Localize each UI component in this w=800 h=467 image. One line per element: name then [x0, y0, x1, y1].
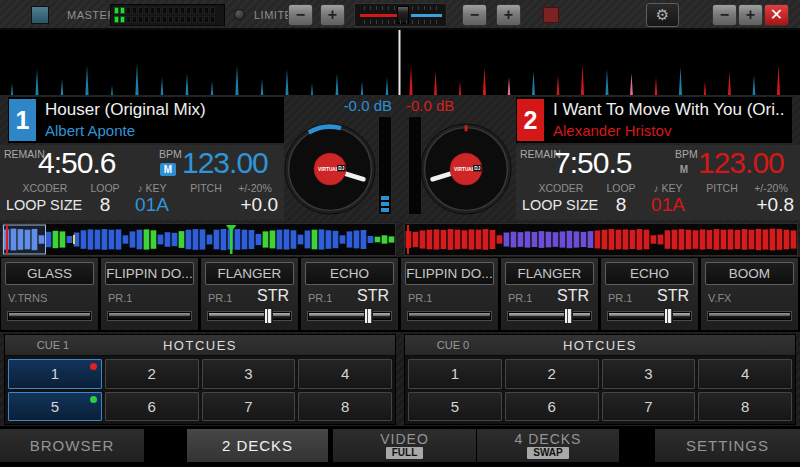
deck2-remain-value: 7:50.5 [554, 146, 631, 180]
deck1-track-title: Houser (Original Mix) [45, 100, 277, 120]
hotcue-button-2[interactable]: 2 [105, 359, 199, 389]
fx-select-button[interactable]: FLIPPIN DO... [405, 262, 494, 285]
deck1-loop-value[interactable]: 8 [85, 194, 125, 216]
fx-preset-label[interactable]: PR.1 [608, 292, 632, 304]
hotcue-button-7[interactable]: 7 [602, 392, 696, 422]
fx-select-button[interactable]: BOOM [705, 262, 794, 285]
hotcues-grid: 12345678 [8, 359, 392, 421]
fx-slider-handle[interactable] [664, 308, 673, 324]
fx-preset-label[interactable]: PR.1 [408, 292, 432, 304]
fx-strength-slider[interactable] [708, 307, 791, 325]
hotcue-button-8[interactable]: 8 [298, 392, 392, 422]
deck2-pitch-range-label: +/-20% [746, 182, 796, 194]
window-minimize-minus-button[interactable]: − [712, 4, 737, 26]
hotcue-button-3[interactable]: 3 [602, 359, 696, 389]
hotcue-number: 3 [644, 365, 652, 382]
hotcue-button-7[interactable]: 7 [202, 392, 296, 422]
zoom-plus-button[interactable]: + [496, 4, 521, 26]
tab-2-decks[interactable]: 2 DECKS [187, 429, 328, 462]
tab-browser[interactable]: BROWSER [0, 429, 144, 462]
hotcue-number: 5 [451, 398, 459, 415]
fx-preset-label[interactable]: V.FX [708, 292, 731, 304]
record-button[interactable] [543, 7, 559, 23]
fx-select-button[interactable]: GLASS [5, 262, 94, 285]
deck2-info-panel: REMAIN 7:50.5 BPM M 123.00 XCODER LOOP ♪… [516, 145, 800, 220]
hotcue-button-5[interactable]: 5 [408, 392, 502, 422]
fx-slider-track[interactable] [8, 312, 91, 320]
deck1-bpm-value[interactable]: 123.00 [182, 146, 268, 180]
window-maximize-plus-button[interactable]: + [738, 4, 763, 26]
hotcue-button-1[interactable]: 1 [8, 359, 102, 389]
fx-preset-label[interactable]: V.TRNS [8, 292, 47, 304]
fx-strength-slider[interactable] [8, 307, 91, 325]
fx-select-button[interactable]: FLANGER [205, 262, 294, 285]
hotcue-button-4[interactable]: 4 [298, 359, 392, 389]
deck2-jog-wheel[interactable]: VIRTUAL DJ [420, 123, 512, 215]
fx-strength-slider[interactable] [208, 307, 291, 325]
fx-slider-track[interactable] [508, 312, 591, 320]
crossfader[interactable] [354, 3, 447, 27]
hotcue-button-3[interactable]: 3 [202, 359, 296, 389]
crossfader-ticks [359, 20, 442, 24]
master-color-swatch[interactable] [31, 6, 49, 24]
effects-section: GLASSV.TRNSFLIPPIN DO...PR.1FLANGERPR.1S… [0, 257, 800, 332]
fx-slider-handle[interactable] [564, 308, 573, 324]
deck1-pitch-value[interactable]: +0.0 [210, 194, 278, 216]
fx-select-button[interactable]: FLANGER [505, 262, 594, 285]
fx-slider-track[interactable] [308, 312, 391, 320]
master-volume-plus-button[interactable]: + [320, 4, 345, 26]
hotcue-button-6[interactable]: 6 [505, 392, 599, 422]
deck1-track-overview[interactable] [2, 223, 396, 256]
fx-strength-slider[interactable] [108, 307, 191, 325]
deck2-loop-value[interactable]: 8 [601, 194, 641, 216]
fx-select-button[interactable]: FLIPPIN DO... [105, 262, 194, 285]
fx-slider-track[interactable] [608, 312, 691, 320]
fx-preset-label[interactable]: PR.1 [108, 292, 132, 304]
hotcue-button-2[interactable]: 2 [505, 359, 599, 389]
vu-led [210, 7, 215, 14]
rhythm-wave-display[interactable] [0, 30, 800, 95]
deck2-key-value[interactable]: 01A [644, 194, 692, 216]
hotcue-button-6[interactable]: 6 [105, 392, 199, 422]
master-volume-minus-button[interactable]: − [288, 4, 313, 26]
fx-preset-label[interactable]: PR.1 [508, 292, 532, 304]
fx-strength-slider[interactable] [608, 307, 691, 325]
fx-preset-label[interactable]: PR.1 [308, 292, 332, 304]
fx-slider-handle[interactable] [364, 308, 373, 324]
fx-slider-track[interactable] [108, 312, 191, 320]
hotcue-button-8[interactable]: 8 [698, 392, 792, 422]
svg-text:DJ: DJ [338, 166, 344, 171]
deck2-bpm-value[interactable]: 123.00 [698, 146, 784, 180]
zoom-minus-button[interactable]: − [462, 4, 487, 26]
deck2-pitch-value[interactable]: +0.8 [726, 194, 794, 216]
deck2-track-overview[interactable] [404, 223, 798, 256]
fx-select-button[interactable]: ECHO [605, 262, 694, 285]
deck1-remain-value: 4:50.6 [38, 146, 115, 180]
fx-preset-label[interactable]: PR.1 [208, 292, 232, 304]
deck1-jog-wheel[interactable]: VIRTUAL DJ [284, 123, 376, 215]
deck1-key-value[interactable]: 01A [128, 194, 176, 216]
hotcue-button-1[interactable]: 1 [408, 359, 502, 389]
deck1-key-label: ♪ KEY [128, 182, 176, 194]
fx-strength-slider[interactable] [408, 307, 491, 325]
fx-slider-handle[interactable] [264, 308, 273, 324]
fx-select-button[interactable]: ECHO [305, 262, 394, 285]
settings-gear-button[interactable]: ⚙ [646, 3, 679, 27]
tab-4-decks[interactable]: 4 DECKSSWAP [477, 429, 619, 462]
hotcues-panel-deck2: CUE 0HOTCUES12345678 [404, 334, 796, 425]
hotcues-grid: 12345678 [408, 359, 792, 421]
fx-slider-track[interactable] [708, 312, 791, 320]
fx-strength-slider[interactable] [308, 307, 391, 325]
tab-settings[interactable]: SETTINGS [655, 429, 800, 462]
rhythm-waveform [0, 30, 800, 95]
fx-slider-track[interactable] [408, 312, 491, 320]
hotcue-button-4[interactable]: 4 [698, 359, 792, 389]
fx-slider-track[interactable] [208, 312, 291, 320]
hotcue-number: 2 [147, 365, 155, 382]
close-icon[interactable]: ✕ [764, 4, 789, 26]
vu-led [150, 16, 155, 23]
fx-panel: BOOMV.FX [701, 258, 798, 330]
tab-video[interactable]: VIDEOFULL [333, 429, 476, 462]
hotcue-button-5[interactable]: 5 [8, 392, 102, 422]
fx-strength-slider[interactable] [508, 307, 591, 325]
